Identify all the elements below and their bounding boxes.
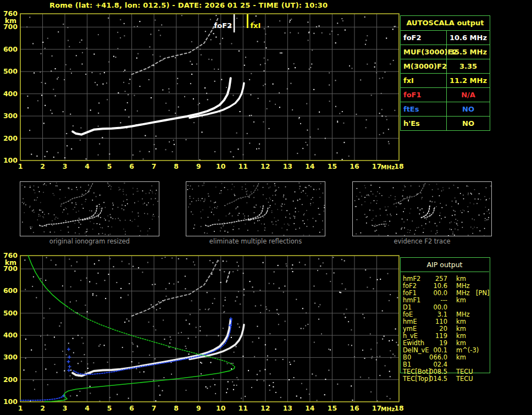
svg-text:3: 3 — [63, 162, 68, 170]
aip-row-tectop: TEC[Top]014.5TECU — [400, 375, 498, 383]
svg-text:400: 400 — [3, 90, 18, 98]
svg-text:500: 500 — [3, 309, 18, 317]
svg-text:18: 18 — [394, 404, 403, 412]
svg-text:foF2: foF2 — [214, 21, 232, 30]
autoscala-row-hes: h'EsNO — [401, 117, 490, 130]
svg-text:1: 1 — [18, 404, 23, 412]
autoscala-param: MUF(3000)F2 — [401, 45, 447, 59]
svg-text:4: 4 — [85, 404, 90, 412]
svg-text:km: km — [5, 16, 16, 25]
autoscala-param: M(3000)F2 — [401, 59, 447, 73]
ionogram-bottom-chart: 100200300400500600700760km12345678910111… — [0, 250, 412, 415]
svg-text:2: 2 — [40, 404, 45, 412]
aip-unit: km — [456, 354, 466, 361]
svg-text:100: 100 — [3, 156, 18, 164]
svg-text:600: 600 — [3, 286, 18, 295]
svg-text:15: 15 — [328, 404, 337, 412]
autoscala-param: h'Es — [401, 117, 447, 130]
autoscala-row-fof1: foF1N/A — [401, 88, 490, 102]
aip-note: [PN] — [476, 290, 490, 297]
svg-text:13: 13 — [283, 162, 292, 170]
aip-unit: TECU — [456, 375, 473, 383]
svg-text:12: 12 — [261, 162, 270, 170]
aip-output-table: AIP output hmF2257kmfoF210.6MHzfoF100.0M… — [400, 257, 498, 389]
svg-text:fxI: fxI — [250, 21, 261, 30]
autoscala-row-fxi: fxI11.2 MHz — [401, 74, 490, 88]
aip-row-delnve: DelN_vE00.1m^(-3) — [400, 347, 498, 354]
autoscala-value: N/A — [447, 88, 490, 102]
autoscala-param: ftEs — [401, 102, 447, 116]
aip-header-divider — [400, 272, 489, 272]
autoscala-value: 11.2 MHz — [447, 74, 490, 87]
aip-unit: km — [456, 297, 466, 304]
svg-text:17: 17 — [372, 162, 381, 170]
svg-text:15: 15 — [328, 162, 337, 170]
svg-text:9: 9 — [196, 404, 201, 412]
panel-caption-original: original ionogram resized — [20, 237, 159, 245]
svg-text:1: 1 — [18, 162, 23, 170]
ionogram-top-chart: foF2fxI100200300400500600700760km1234567… — [0, 0, 412, 173]
svg-text:14: 14 — [305, 404, 315, 412]
aip-table-header: AIP output — [400, 261, 489, 269]
autoscala-row-fof2: foF210.6 MHz — [401, 31, 490, 45]
svg-text:400: 400 — [3, 331, 18, 339]
autoscala-param: foF1 — [401, 88, 447, 102]
autoscala-table-header: AUTOSCALA output — [401, 16, 490, 31]
svg-text:10: 10 — [216, 404, 226, 412]
autoscala-param: foF2 — [401, 31, 447, 45]
svg-text:6: 6 — [129, 162, 134, 170]
svg-text:8: 8 — [174, 162, 179, 170]
svg-text:300: 300 — [3, 353, 18, 361]
autoscala-row-m3000f2: M(3000)F23.35 — [401, 59, 490, 74]
svg-text:10: 10 — [216, 162, 226, 170]
svg-text:7: 7 — [152, 404, 157, 412]
svg-text:17: 17 — [372, 404, 381, 412]
svg-text:11: 11 — [239, 404, 248, 412]
autoscala-value: 35.5 MHz — [447, 45, 490, 59]
autoscala-param: fxI — [401, 74, 447, 87]
autoscala-value: 3.35 — [447, 59, 490, 73]
panel-caption-eliminate: eliminate multiple reflections — [186, 237, 325, 245]
svg-text:100: 100 — [3, 397, 18, 406]
svg-text:MHz: MHz — [381, 164, 395, 170]
autoscala-output-table: AUTOSCALA output foF210.6 MHzMUF(3000)F2… — [400, 15, 490, 131]
svg-text:200: 200 — [3, 375, 18, 384]
svg-text:4: 4 — [85, 162, 90, 170]
svg-text:500: 500 — [3, 67, 18, 75]
svg-text:7: 7 — [152, 162, 157, 170]
svg-text:200: 200 — [3, 134, 18, 142]
aip-row-d1: D100.0 — [400, 304, 498, 311]
autoscala-screen: Rome (lat: +41.8, lon: 012.5) - DATE: 20… — [0, 0, 532, 415]
panel-evidence-f2-trace — [352, 181, 492, 236]
svg-text:13: 13 — [283, 404, 292, 412]
panel-eliminate-reflections — [186, 181, 325, 236]
svg-text:300: 300 — [3, 112, 18, 120]
svg-text:18: 18 — [394, 162, 403, 170]
autoscala-value: NO — [447, 117, 490, 130]
svg-text:MHz: MHz — [381, 406, 395, 412]
autoscala-value: 10.6 MHz — [447, 31, 490, 45]
svg-text:5: 5 — [107, 162, 112, 170]
svg-text:km: km — [5, 258, 16, 267]
svg-text:9: 9 — [196, 162, 201, 170]
svg-text:5: 5 — [107, 404, 112, 412]
panel-caption-evidence: evidence F2 trace — [352, 237, 492, 245]
svg-text:14: 14 — [305, 162, 315, 170]
svg-text:11: 11 — [239, 162, 248, 170]
autoscala-table-rows: foF210.6 MHzMUF(3000)F235.5 MHzM(3000)F2… — [401, 31, 490, 130]
svg-text:3: 3 — [63, 404, 68, 412]
autoscala-value: NO — [447, 102, 490, 116]
aip-row-b0: B0066.0km — [400, 354, 498, 361]
svg-text:16: 16 — [350, 162, 359, 170]
svg-text:8: 8 — [174, 404, 179, 412]
aip-row-hmf1: hmF1---km — [400, 297, 498, 304]
svg-text:16: 16 — [350, 404, 359, 412]
panel-original-ionogram — [20, 181, 159, 236]
svg-text:600: 600 — [3, 45, 18, 53]
svg-text:2: 2 — [40, 162, 45, 170]
svg-text:12: 12 — [261, 404, 270, 412]
autoscala-row-ftes: ftEsNO — [401, 102, 490, 117]
svg-text:6: 6 — [129, 404, 134, 412]
aip-val: 014.5 — [420, 375, 447, 383]
autoscala-row-muf3000f2: MUF(3000)F235.5 MHz — [401, 45, 490, 59]
